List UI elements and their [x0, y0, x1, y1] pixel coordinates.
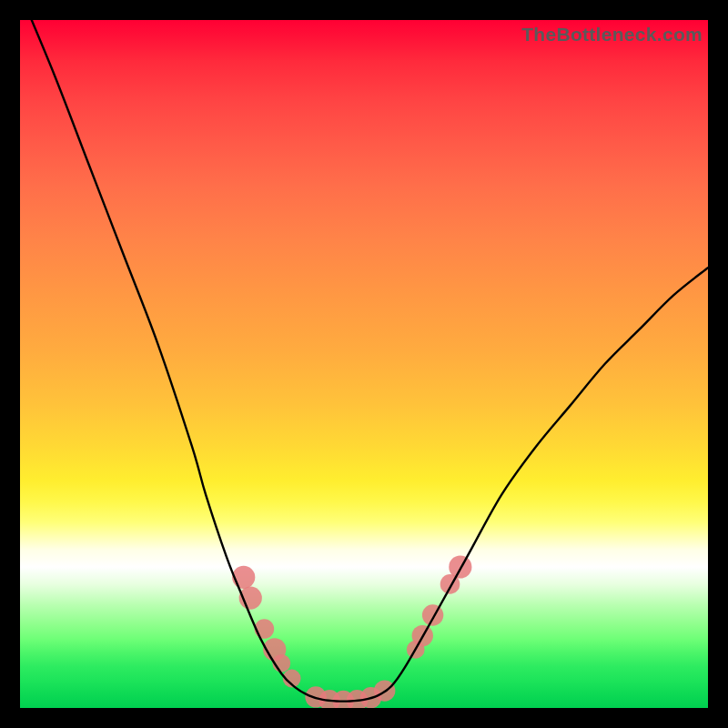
watermark-text: TheBottleneck.com [521, 24, 703, 46]
curve-svg [20, 20, 708, 708]
scatter-layer [232, 555, 471, 708]
plot-area [20, 20, 708, 708]
highlight-dot [422, 604, 443, 625]
chart-stage: TheBottleneck.com [0, 0, 728, 728]
highlight-dot [255, 619, 275, 639]
highlight-dot [232, 566, 255, 589]
bottleneck-curve [20, 20, 708, 702]
